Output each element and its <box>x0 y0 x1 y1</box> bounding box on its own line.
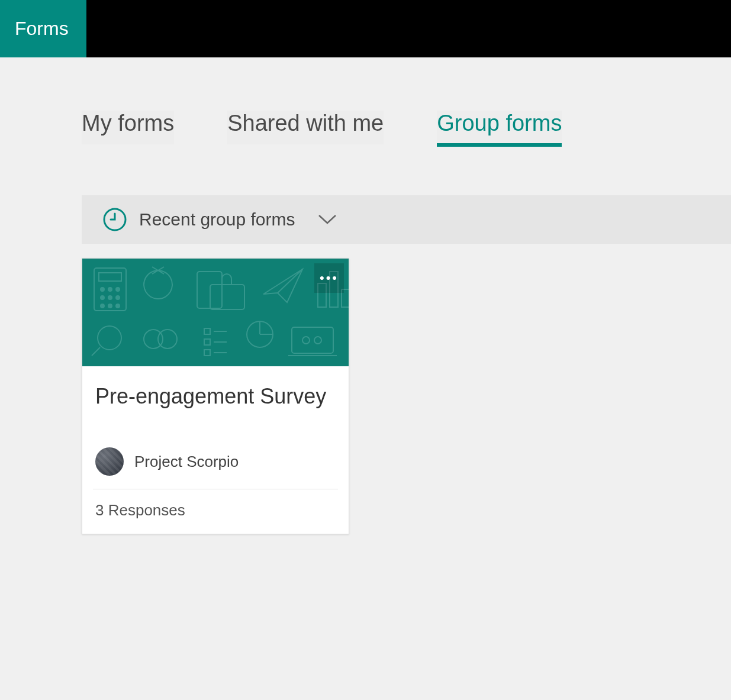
tab-label: Shared with me <box>227 111 384 136</box>
card-body: Pre-engagement Survey Project Scorpio <box>82 366 349 489</box>
card-owner-row: Project Scorpio <box>93 447 338 489</box>
clock-icon <box>102 207 127 232</box>
svg-point-6 <box>101 296 104 299</box>
responses-count: 3 Responses <box>95 501 185 519</box>
svg-point-5 <box>116 288 120 291</box>
svg-point-25 <box>302 337 310 344</box>
filter-label: Recent group forms <box>139 209 295 230</box>
app-badge[interactable]: Forms <box>0 0 86 57</box>
tab-my-forms[interactable]: My forms <box>82 111 174 144</box>
form-title: Pre-engagement Survey <box>95 383 336 409</box>
card-footer: 3 Responses <box>82 489 349 534</box>
svg-rect-20 <box>204 328 210 334</box>
tabs: My forms Shared with me Group forms <box>82 111 731 144</box>
svg-rect-13 <box>210 285 244 309</box>
svg-point-8 <box>116 296 120 299</box>
app-name: Forms <box>15 18 69 40</box>
filter-bar[interactable]: Recent group forms <box>82 195 731 244</box>
svg-point-18 <box>144 330 163 349</box>
svg-rect-21 <box>204 339 210 345</box>
svg-rect-22 <box>204 350 210 356</box>
more-button[interactable]: ••• <box>314 263 344 293</box>
svg-point-9 <box>101 304 104 308</box>
svg-point-4 <box>108 288 112 291</box>
svg-point-7 <box>108 296 112 299</box>
more-icon: ••• <box>320 270 339 286</box>
svg-rect-24 <box>292 327 333 353</box>
header-bar: Forms <box>0 0 731 57</box>
card-hero: ••• <box>82 259 349 366</box>
svg-point-19 <box>158 330 177 349</box>
tab-shared-with-me[interactable]: Shared with me <box>227 111 384 144</box>
owner-avatar <box>95 447 124 476</box>
tab-label: Group forms <box>437 111 562 136</box>
svg-point-17 <box>98 326 121 350</box>
svg-point-26 <box>314 337 321 344</box>
owner-name: Project Scorpio <box>134 453 239 471</box>
tab-label: My forms <box>82 111 174 136</box>
svg-point-10 <box>108 304 112 308</box>
svg-point-11 <box>116 304 120 308</box>
tab-group-forms[interactable]: Group forms <box>437 111 562 144</box>
svg-rect-2 <box>99 273 121 281</box>
form-card[interactable]: ••• Pre-engagement Survey Project Scorpi… <box>82 258 349 534</box>
content-area: My forms Shared with me Group forms Rece… <box>0 57 731 534</box>
chevron-down-icon <box>317 214 337 225</box>
hero-background-icons <box>82 259 349 366</box>
svg-point-3 <box>101 288 104 291</box>
